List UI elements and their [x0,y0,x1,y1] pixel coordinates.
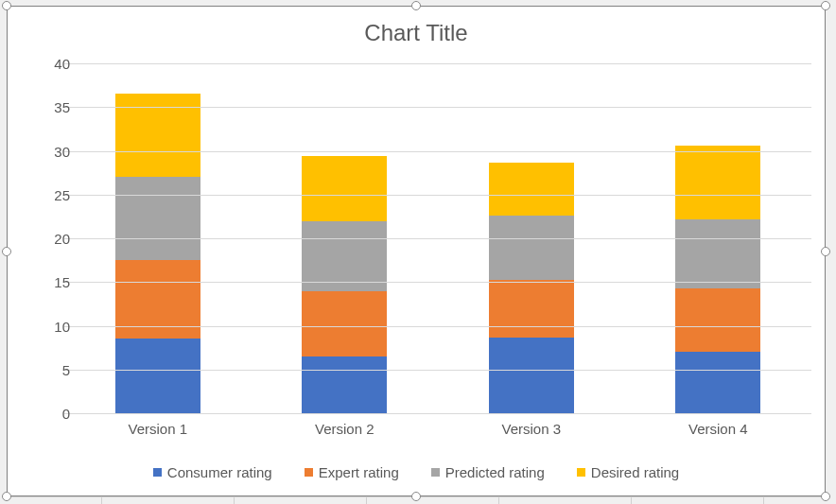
gridline [64,151,811,152]
bar-segment[interactable] [675,219,760,288]
bar-segment[interactable] [302,356,387,413]
legend-label: Expert rating [319,464,399,480]
y-axis-tick-label: 25 [32,186,70,202]
gridline [64,107,811,108]
selection-handle-e[interactable] [821,247,830,256]
x-axis-tick-label: Version 1 [63,421,253,437]
y-axis-tick-label: 15 [32,274,70,290]
bar-segment[interactable] [302,156,387,221]
x-axis-tick-label: Version 4 [623,421,812,437]
selection-handle-se[interactable] [821,492,830,501]
x-axis-tick-label: Version 3 [437,421,626,437]
y-axis-tick-label: 20 [32,231,70,247]
chart-object[interactable]: Chart Title Version 1Version 2Version 3V… [7,6,826,496]
legend-item[interactable]: Consumer rating [153,464,272,480]
legend-label: Consumer rating [167,464,272,480]
y-axis-tick-label: 35 [32,99,70,115]
selection-handle-ne[interactable] [821,1,830,10]
bar-segment[interactable] [489,280,574,337]
legend-label: Predicted rating [445,464,545,480]
bar-segment[interactable] [675,288,760,353]
legend-label: Desired rating [591,464,679,480]
y-axis-tick-label: 0 [32,406,70,422]
selection-handle-n[interactable] [411,1,421,10]
legend-swatch-icon [305,468,313,477]
selection-handle-s[interactable] [411,492,421,501]
y-axis-tick-label: 30 [32,143,70,159]
bar-group[interactable] [115,94,200,413]
legend[interactable]: Consumer ratingExpert ratingPredicted ra… [8,464,825,480]
bar-segment[interactable] [489,216,574,280]
legend-item[interactable]: Expert rating [305,464,399,480]
gridline [64,413,811,414]
gridline [64,282,811,283]
bar-segment[interactable] [302,291,387,356]
gridline [64,238,811,239]
gridline [64,63,811,64]
legend-item[interactable]: Predicted rating [431,464,545,480]
selection-handle-nw[interactable] [2,1,11,10]
bar-group[interactable] [675,146,760,413]
bar-group[interactable] [489,163,574,413]
y-axis-tick-label: 5 [32,361,70,377]
legend-swatch-icon [153,468,162,477]
plot-area[interactable]: Version 1Version 2Version 3Version 4 [64,63,811,413]
x-axis-tick-label: Version 2 [250,421,439,437]
gridline [64,195,811,196]
bar-segment[interactable] [489,163,574,216]
legend-item[interactable]: Desired rating [577,464,679,480]
bar-segment[interactable] [489,338,574,413]
y-axis-tick-label: 40 [32,56,70,72]
bar-segment[interactable] [302,221,387,290]
chart-title[interactable]: Chart Title [8,20,825,46]
legend-swatch-icon [431,468,440,477]
gridline [64,326,811,327]
selection-handle-w[interactable] [2,247,11,256]
bar-segment[interactable] [115,177,200,260]
bar-segment[interactable] [675,146,760,219]
bar-segment[interactable] [115,339,200,413]
selection-handle-sw[interactable] [2,492,11,501]
legend-swatch-icon [577,468,585,477]
y-axis-tick-label: 10 [32,318,70,334]
bar-segment[interactable] [115,260,200,339]
bar-segment[interactable] [675,352,760,413]
gridline [64,370,811,371]
